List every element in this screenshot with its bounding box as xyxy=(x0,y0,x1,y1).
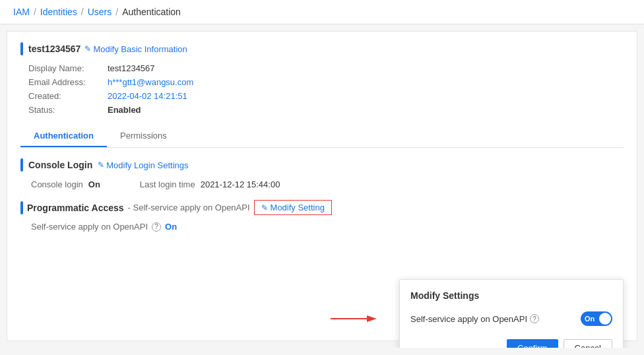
modify-login-settings-link[interactable]: ✎ Modify Login Settings xyxy=(98,160,188,170)
cancel-button[interactable]: Cancel xyxy=(564,339,612,348)
tab-permissions[interactable]: Permissions xyxy=(107,125,180,147)
console-login-label: Console login xyxy=(31,179,83,189)
breadcrumb-current: Authentication xyxy=(122,7,181,17)
breadcrumb-sep-1: / xyxy=(34,7,36,17)
display-name-label: Display Name: xyxy=(28,63,101,73)
user-bar-indicator xyxy=(20,42,23,55)
popup-openapi-label: Self-service apply on OpenAPI xyxy=(410,314,527,324)
email-row: Email Address: h***gtt1@wangsu.com xyxy=(28,77,624,87)
created-label: Created: xyxy=(28,91,101,101)
popup-openapi-row: Self-service apply on OpenAPI ? On xyxy=(410,311,612,326)
email-label: Email Address: xyxy=(28,77,101,87)
modify-settings-popup: Modify Settings Self-service apply on Op… xyxy=(399,279,624,348)
display-name-value: test1234567 xyxy=(108,63,155,73)
openapi-toggle[interactable]: On xyxy=(581,311,612,326)
modify-basic-label: Modify Basic Information xyxy=(93,44,187,54)
breadcrumb-identities[interactable]: Identities xyxy=(40,7,77,17)
top-bar: IAM / Identities / Users / Authenticatio… xyxy=(0,0,644,24)
edit-icon: ✎ xyxy=(84,44,91,53)
programmatic-header: Programmatic Access - Self-service apply… xyxy=(20,200,624,215)
main-content: test1234567 ✎ Modify Basic Information D… xyxy=(7,31,637,341)
console-bar-indicator xyxy=(20,158,23,172)
user-name-bar: test1234567 ✎ Modify Basic Information xyxy=(28,44,187,54)
breadcrumb-iam[interactable]: IAM xyxy=(13,7,30,17)
display-name-row: Display Name: test1234567 xyxy=(28,63,624,73)
prog-bar-indicator xyxy=(20,201,23,214)
modify-setting-button[interactable]: ✎ Modify Setting xyxy=(254,200,332,215)
toggle-container[interactable]: On xyxy=(581,311,612,326)
svg-marker-1 xyxy=(367,315,377,322)
created-row: Created: 2022-04-02 14:21:51 xyxy=(28,91,624,101)
last-login-row: Last login time 2021-12-12 15:44:00 xyxy=(140,179,280,189)
toggle-label: On xyxy=(585,315,595,323)
console-login-field: Console login On xyxy=(31,179,100,189)
modify-basic-info-link[interactable]: ✎ Modify Basic Information xyxy=(84,44,187,54)
last-login-time: 2021-12-12 15:44:00 xyxy=(201,179,280,189)
console-section-header: Console Login ✎ Modify Login Settings xyxy=(20,158,624,172)
programmatic-section: Programmatic Access - Self-service apply… xyxy=(20,200,624,232)
created-value: 2022-04-02 14:21:51 xyxy=(108,91,187,101)
popup-help-icon[interactable]: ? xyxy=(530,314,539,323)
breadcrumb: IAM / Identities / Users / Authenticatio… xyxy=(13,7,181,17)
breadcrumb-users[interactable]: Users xyxy=(88,7,112,17)
last-login-label: Last login time xyxy=(140,179,195,189)
console-login-row: Console login On Last login time 2021-12… xyxy=(31,179,624,189)
openapi-label: Self-service apply on OpenAPI xyxy=(31,222,148,232)
tabs: Authentication Permissions xyxy=(20,125,624,148)
prog-subtitle: - Self-service apply on OpenAPI xyxy=(128,203,250,212)
console-section-title: Console Login xyxy=(28,160,92,170)
user-info-table: Display Name: test1234567 Email Address:… xyxy=(28,63,624,115)
status-value: Enabled xyxy=(108,105,141,115)
toggle-knob xyxy=(599,313,611,325)
openapi-row: Self-service apply on OpenAPI ? On xyxy=(31,222,624,232)
tab-authentication[interactable]: Authentication xyxy=(20,125,107,147)
user-name: test1234567 xyxy=(28,44,80,54)
breadcrumb-sep-3: / xyxy=(115,7,118,17)
status-label: Status: xyxy=(28,105,101,115)
arrow-indicator xyxy=(331,312,377,325)
modify-setting-icon: ✎ xyxy=(261,203,268,212)
user-header: test1234567 ✎ Modify Basic Information xyxy=(20,42,624,55)
openapi-help-icon[interactable]: ? xyxy=(152,222,161,232)
modify-login-label: Modify Login Settings xyxy=(106,160,188,170)
popup-buttons: Confirm Cancel xyxy=(410,339,612,348)
confirm-button[interactable]: Confirm xyxy=(507,339,558,348)
prog-title: Programmatic Access xyxy=(27,203,124,213)
modify-login-icon: ✎ xyxy=(98,160,104,170)
console-login-value: On xyxy=(88,179,100,189)
breadcrumb-sep-2: / xyxy=(81,7,84,17)
email-value: h***gtt1@wangsu.com xyxy=(108,77,193,87)
modify-setting-label: Modify Setting xyxy=(271,203,325,212)
popup-title: Modify Settings xyxy=(410,290,612,301)
openapi-value: On xyxy=(165,222,177,232)
status-row: Status: Enabled xyxy=(28,105,624,115)
popup-label-group: Self-service apply on OpenAPI ? xyxy=(410,314,539,324)
